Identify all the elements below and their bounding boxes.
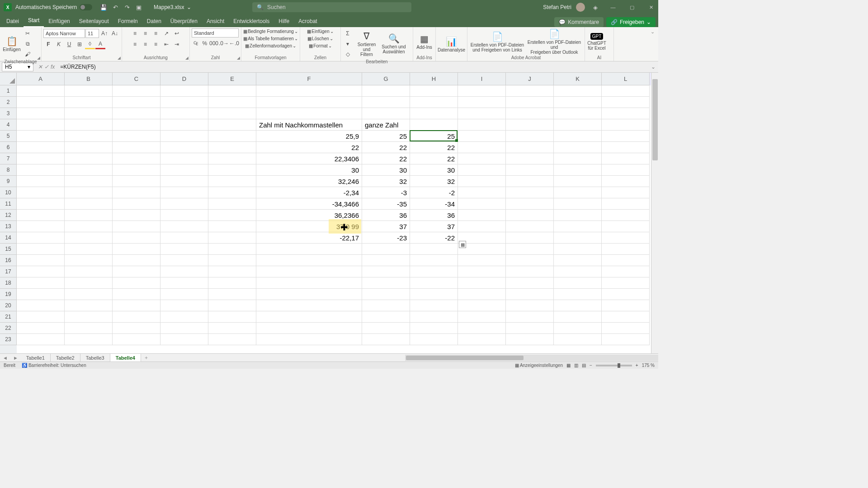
cell-K15[interactable]: [554, 244, 602, 255]
cell-F5[interactable]: 25,9: [256, 131, 362, 142]
cell-K22[interactable]: [554, 323, 602, 334]
cell-E3[interactable]: [208, 108, 256, 119]
cell-K1[interactable]: [554, 85, 602, 97]
cell-G2[interactable]: [362, 97, 410, 108]
cell-B16[interactable]: [65, 255, 113, 266]
cell-K21[interactable]: [554, 311, 602, 323]
cell-D7[interactable]: [160, 153, 208, 164]
cell-C17[interactable]: [113, 266, 160, 277]
border-icon[interactable]: ⊞: [75, 39, 85, 49]
copy-icon[interactable]: ⧉: [23, 39, 33, 49]
cell-D14[interactable]: [160, 232, 208, 244]
enter-formula-icon[interactable]: ✓: [44, 64, 49, 70]
cell-F12[interactable]: 36,2366: [256, 210, 362, 221]
pdf-link-button[interactable]: 📄Erstellen von PDF-Dateien und Freigeben…: [469, 29, 525, 55]
cell-L2[interactable]: [602, 97, 650, 108]
cell-C1[interactable]: [113, 85, 160, 97]
cell-I16[interactable]: [458, 255, 506, 266]
cell-G5[interactable]: 25: [362, 131, 410, 142]
row-header-9[interactable]: 9: [0, 176, 17, 187]
cell-H5[interactable]: 25: [410, 131, 458, 142]
cell-D21[interactable]: [160, 311, 208, 323]
cell-G10[interactable]: -3: [362, 187, 410, 198]
cell-D9[interactable]: [160, 176, 208, 187]
cell-K19[interactable]: [554, 289, 602, 300]
cell-L22[interactable]: [602, 323, 650, 334]
cell-C8[interactable]: [113, 164, 160, 176]
save-icon[interactable]: 💾: [99, 3, 108, 11]
zoom-out-icon[interactable]: −: [590, 363, 592, 368]
cell-A10[interactable]: [17, 187, 65, 198]
cell-G19[interactable]: [362, 289, 410, 300]
cell-K11[interactable]: [554, 198, 602, 210]
cell-H1[interactable]: [410, 85, 458, 97]
cell-B5[interactable]: [65, 131, 113, 142]
cell-K14[interactable]: [554, 232, 602, 244]
cell-H22[interactable]: [410, 323, 458, 334]
cell-C23[interactable]: [113, 334, 160, 345]
cell-J3[interactable]: [506, 108, 554, 119]
cell-H17[interactable]: [410, 266, 458, 277]
cell-E22[interactable]: [208, 323, 256, 334]
cell-G15[interactable]: [362, 244, 410, 255]
cell-G21[interactable]: [362, 311, 410, 323]
cells-area[interactable]: Zahl mit Nachkommastellenganze Zahl25,92…: [17, 85, 651, 353]
clear-icon[interactable]: ◇: [343, 49, 353, 59]
cell-L12[interactable]: [602, 210, 650, 221]
cell-L9[interactable]: [602, 176, 650, 187]
cell-D15[interactable]: [160, 244, 208, 255]
cell-G23[interactable]: [362, 334, 410, 345]
cell-D22[interactable]: [160, 323, 208, 334]
minimize-button[interactable]: —: [606, 0, 620, 14]
cell-B20[interactable]: [65, 300, 113, 311]
sheet-tab-tabelle1[interactable]: Tabelle1: [21, 354, 51, 362]
cell-J18[interactable]: [506, 277, 554, 289]
cell-J12[interactable]: [506, 210, 554, 221]
cell-A17[interactable]: [17, 266, 65, 277]
cell-D12[interactable]: [160, 210, 208, 221]
percent-icon[interactable]: %: [200, 38, 208, 48]
cell-J16[interactable]: [506, 255, 554, 266]
fx-icon[interactable]: fx: [51, 64, 55, 70]
cell-D6[interactable]: [160, 142, 208, 153]
cell-G16[interactable]: [362, 255, 410, 266]
cell-J1[interactable]: [506, 85, 554, 97]
col-header-D[interactable]: D: [160, 73, 208, 85]
cell-D1[interactable]: [160, 85, 208, 97]
cell-C5[interactable]: [113, 131, 160, 142]
cell-B19[interactable]: [65, 289, 113, 300]
cell-A8[interactable]: [17, 164, 65, 176]
share-button[interactable]: 🔗 Freigeben ⌄: [606, 17, 656, 27]
username-label[interactable]: Stefan Petri: [543, 4, 571, 10]
cell-A7[interactable]: [17, 153, 65, 164]
col-header-G[interactable]: G: [362, 73, 410, 85]
cell-K18[interactable]: [554, 277, 602, 289]
grow-font-icon[interactable]: A↑: [99, 28, 109, 38]
cell-K6[interactable]: [554, 142, 602, 153]
zoom-slider[interactable]: [596, 365, 632, 366]
comma-icon[interactable]: 000: [209, 38, 218, 48]
sheet-tab-tabelle3[interactable]: Tabelle3: [80, 354, 110, 362]
cell-H19[interactable]: [410, 289, 458, 300]
scrollbar-thumb[interactable]: [406, 356, 524, 360]
cell-K10[interactable]: [554, 187, 602, 198]
col-header-J[interactable]: J: [506, 73, 554, 85]
cell-A5[interactable]: [17, 131, 65, 142]
horizontal-scrollbar[interactable]: [405, 355, 658, 361]
cell-H15[interactable]: [410, 244, 458, 255]
cell-K13[interactable]: [554, 221, 602, 232]
cell-J23[interactable]: [506, 334, 554, 345]
cell-C7[interactable]: [113, 153, 160, 164]
cell-E19[interactable]: [208, 289, 256, 300]
cell-A15[interactable]: [17, 244, 65, 255]
undo-icon[interactable]: ↶: [111, 3, 119, 11]
cell-J17[interactable]: [506, 266, 554, 277]
cell-B7[interactable]: [65, 153, 113, 164]
cell-H9[interactable]: 32: [410, 176, 458, 187]
cell-E21[interactable]: [208, 311, 256, 323]
cell-I20[interactable]: [458, 300, 506, 311]
row-headers[interactable]: 1234567891011121314151617181920212223: [0, 85, 17, 353]
cell-H3[interactable]: [410, 108, 458, 119]
dialog-launcher-icon[interactable]: ◢: [185, 56, 189, 60]
cell-L10[interactable]: [602, 187, 650, 198]
